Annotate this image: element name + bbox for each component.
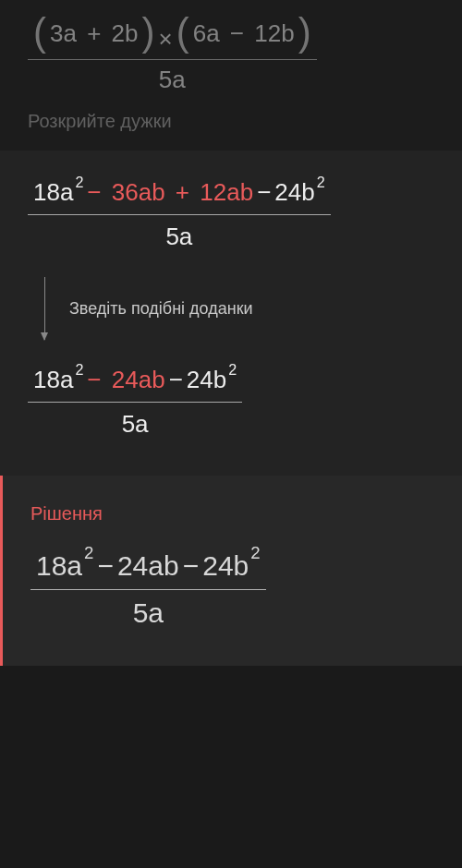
- lparen-icon: (: [33, 17, 46, 48]
- coef: 24b: [187, 366, 226, 394]
- term-4: 24b 2: [274, 178, 324, 207]
- highlighted-terms: − 24ab: [83, 366, 164, 394]
- expanded-expression: 18a 2 − 36ab + 12ab − 24b 2 5a: [28, 178, 331, 251]
- exponent: 2: [75, 361, 83, 379]
- solution-heading: Рішення: [30, 503, 434, 524]
- rparen-icon: ): [298, 17, 311, 48]
- op-minus: −: [97, 550, 114, 582]
- solution-section: Рішення 18a 2 − 24ab − 24b 2 5a: [0, 476, 462, 666]
- coef: 24b: [274, 178, 314, 207]
- term-3: 24b 2: [202, 550, 260, 582]
- op-minus: −: [230, 19, 244, 47]
- term-1: 18a 2: [33, 366, 83, 394]
- term: 3a: [50, 19, 77, 47]
- term-2: 24ab: [112, 366, 165, 393]
- op-mult: ×: [159, 25, 173, 54]
- current-step-section: 18a 2 − 36ab + 12ab − 24b 2 5a Зведіть п…: [0, 151, 462, 476]
- expanded-numerator: 18a 2 − 36ab + 12ab − 24b 2: [28, 178, 331, 215]
- coef: 18a: [33, 366, 73, 394]
- exponent: 2: [84, 543, 93, 563]
- paren-group-1: ( 3a + 2b ): [33, 18, 155, 50]
- coef: 18a: [36, 550, 82, 582]
- coef: 24b: [202, 550, 249, 582]
- previous-step-section: ( 3a + 2b ) × ( 6a − 12b ) 5a Розкрийте: [0, 0, 462, 151]
- op-plus: +: [176, 178, 189, 206]
- exponent: 2: [75, 174, 83, 191]
- term-1: 18a 2: [33, 178, 83, 207]
- transform-arrow-block: Зведіть подібні доданки: [44, 277, 434, 340]
- prev-denominator: 5a: [159, 60, 186, 94]
- solution-denominator: 5a: [133, 590, 164, 629]
- solution-expression: 18a 2 − 24ab − 24b 2 5a: [30, 550, 266, 629]
- exponent: 2: [317, 174, 325, 191]
- prev-instruction: Розкрийте дужки: [28, 111, 434, 132]
- term: 2b: [112, 19, 139, 47]
- prev-expression: ( 3a + 2b ) × ( 6a − 12b ) 5a: [28, 18, 317, 94]
- op-minus: −: [87, 366, 101, 393]
- term-2: 36ab: [112, 178, 165, 206]
- term-2: 24ab: [117, 550, 179, 582]
- term: 12b: [254, 19, 294, 47]
- exponent: 2: [228, 361, 237, 379]
- paren-group-2: ( 6a − 12b ): [176, 18, 311, 50]
- term-1: 18a 2: [36, 550, 93, 582]
- arrow-down-icon: [44, 277, 45, 340]
- expanded-denominator: 5a: [165, 215, 192, 251]
- term-3: 12ab: [200, 178, 253, 206]
- prev-numerator: ( 3a + 2b ) × ( 6a − 12b ): [28, 18, 317, 60]
- op-minus: −: [169, 366, 183, 394]
- op-minus: −: [87, 178, 101, 206]
- simplified-denominator: 5a: [122, 403, 149, 439]
- lparen-icon: (: [176, 17, 189, 48]
- term-3: 24b 2: [187, 366, 237, 394]
- rparen-icon: ): [142, 17, 155, 48]
- term: 6a: [193, 19, 220, 47]
- op-plus: +: [87, 19, 101, 47]
- simplified-numerator: 18a 2 − 24ab − 24b 2: [28, 366, 242, 403]
- solution-numerator: 18a 2 − 24ab − 24b 2: [30, 550, 266, 590]
- exponent: 2: [250, 543, 260, 563]
- coef: 18a: [33, 178, 73, 207]
- simplified-expression: 18a 2 − 24ab − 24b 2 5a: [28, 366, 242, 439]
- op-minus: −: [257, 178, 271, 207]
- highlighted-terms: − 36ab + 12ab: [83, 178, 253, 207]
- op-minus: −: [183, 550, 200, 582]
- transform-instruction: Зведіть подібні доданки: [69, 299, 253, 319]
